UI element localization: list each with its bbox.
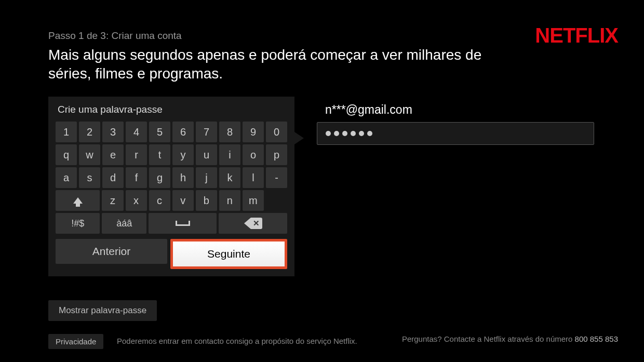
page-headline: Mais alguns segundos apenas e poderá com…	[48, 46, 495, 84]
password-input[interactable]	[317, 122, 594, 145]
key-0[interactable]: 0	[266, 122, 287, 142]
key-q[interactable]: q	[56, 144, 77, 165]
password-dot	[342, 131, 347, 136]
key-t[interactable]: t	[149, 144, 170, 165]
key-dash[interactable]: -	[266, 167, 287, 188]
password-dot	[351, 131, 356, 136]
key-4[interactable]: 4	[126, 122, 147, 142]
password-dot	[334, 131, 339, 136]
key-w[interactable]: w	[79, 144, 100, 165]
privacy-button[interactable]: Privacidade	[48, 334, 103, 349]
empty-cell	[266, 190, 287, 211]
key-g[interactable]: g	[149, 167, 170, 188]
key-r[interactable]: r	[126, 144, 147, 165]
support-prefix: Perguntas? Contacte a Netflix através do…	[402, 334, 575, 343]
key-y[interactable]: y	[172, 144, 194, 165]
symbols-key[interactable]: !#$	[56, 213, 100, 234]
key-a[interactable]: a	[56, 167, 77, 188]
key-c[interactable]: c	[149, 190, 170, 211]
shift-key[interactable]	[56, 190, 100, 211]
keyboard-pointer-icon	[294, 132, 304, 144]
key-b[interactable]: b	[196, 190, 217, 211]
key-f[interactable]: f	[126, 167, 147, 188]
key-5[interactable]: 5	[149, 122, 170, 142]
key-i[interactable]: i	[219, 144, 240, 165]
support-phone: 800 855 853	[575, 334, 618, 343]
key-v[interactable]: v	[172, 190, 194, 211]
key-1[interactable]: 1	[56, 122, 77, 142]
key-7[interactable]: 7	[196, 122, 217, 142]
key-e[interactable]: e	[102, 144, 124, 165]
password-dot	[326, 131, 331, 136]
key-h[interactable]: h	[172, 167, 194, 188]
keyboard-title: Crie uma palavra-passe	[56, 104, 287, 115]
key-2[interactable]: 2	[79, 122, 100, 142]
support-note: Perguntas? Contacte a Netflix através do…	[402, 333, 618, 345]
key-m[interactable]: m	[243, 190, 264, 211]
show-password-button[interactable]: Mostrar palavra-passe	[48, 300, 157, 321]
next-button[interactable]: Seguinte	[173, 242, 285, 266]
key-l[interactable]: l	[243, 167, 264, 188]
netflix-logo: NETFLIX	[535, 24, 618, 47]
key-p[interactable]: p	[266, 144, 287, 165]
key-s[interactable]: s	[79, 167, 100, 188]
backspace-icon: ✕	[244, 218, 262, 229]
step-indicator: Passo 1 de 3: Criar uma conta	[48, 30, 509, 42]
accents-key[interactable]: àáâ	[102, 213, 146, 234]
key-z[interactable]: z	[102, 190, 123, 211]
key-o[interactable]: o	[243, 144, 264, 165]
key-k[interactable]: k	[219, 167, 240, 188]
backspace-key[interactable]: ✕	[219, 213, 287, 234]
key-6[interactable]: 6	[172, 122, 194, 142]
shift-icon	[73, 197, 83, 204]
email-display: n***@gmail.com	[317, 103, 594, 117]
key-8[interactable]: 8	[219, 122, 240, 142]
onscreen-keyboard: Crie uma palavra-passe 1234567890qwertyu…	[48, 97, 294, 276]
key-9[interactable]: 9	[243, 122, 264, 142]
key-j[interactable]: j	[196, 167, 217, 188]
previous-button[interactable]: Anterior	[56, 239, 167, 264]
space-key[interactable]	[149, 213, 217, 234]
space-icon	[176, 221, 190, 226]
key-d[interactable]: d	[102, 167, 124, 188]
key-u[interactable]: u	[196, 144, 217, 165]
contact-disclaimer: Poderemos entrar em contacto consigo a p…	[117, 337, 357, 345]
key-x[interactable]: x	[126, 190, 147, 211]
key-3[interactable]: 3	[102, 122, 124, 142]
password-dot	[367, 131, 372, 136]
next-button-highlight: Seguinte	[170, 239, 287, 269]
password-dot	[359, 131, 364, 136]
key-n[interactable]: n	[219, 190, 240, 211]
